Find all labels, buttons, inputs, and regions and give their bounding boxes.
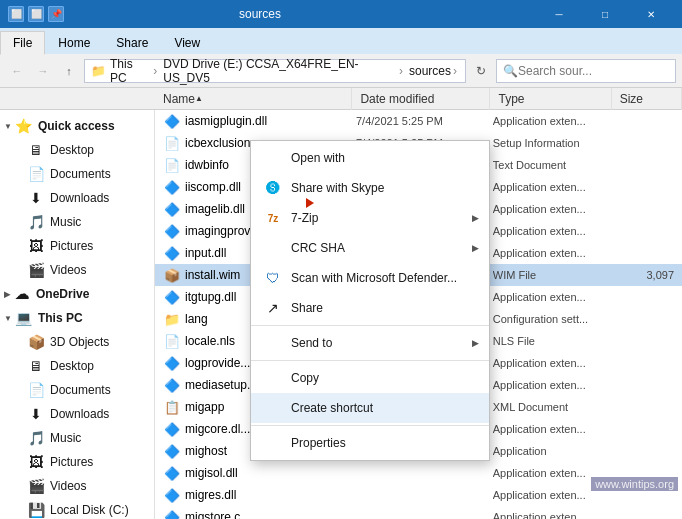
file-name: migstore.c... [185,510,356,519]
ctx-7zip-label: 7-Zip [291,211,477,225]
ctx-share[interactable]: ↗ Share [251,293,489,323]
file-icon: 🔷 [163,508,181,519]
maximize-button[interactable]: □ [582,0,628,28]
ctx-divider-2 [251,360,489,361]
forward-button[interactable]: → [32,60,54,82]
file-item[interactable]: 🔷 migres.dll Application exten... [155,484,682,506]
chevron-quick-access: ▼ [4,122,12,131]
sidebar-item-downloads-pc[interactable]: ⬇ Downloads [0,402,154,426]
path-sep-1: › [153,64,157,78]
ctx-copy[interactable]: Copy [251,363,489,393]
sidebar-section-quick-access[interactable]: ▼ ⭐ Quick access [0,114,154,138]
ctx-open-with-icon [263,148,283,168]
file-icon: 🔷 [163,178,181,196]
file-type: Application exten... [493,291,613,303]
context-menu: Open with 🅢 Share with Skype 7z 7-Zip CR… [250,140,490,461]
music-icon: 🎵 [28,214,44,230]
file-icon: 🔷 [163,442,181,460]
col-header-date[interactable]: Date modified [352,88,490,110]
pictures-icon: 🖼 [28,238,44,254]
pictures-label: Pictures [50,239,93,253]
file-icon: 🔷 [163,420,181,438]
music-label: Music [50,215,81,229]
tab-view[interactable]: View [161,30,213,54]
col-header-size[interactable]: Size [612,88,682,110]
sidebar-item-music[interactable]: 🎵 Music [0,210,154,234]
file-type: Application exten... [493,247,613,259]
ctx-send-to-label: Send to [291,336,477,350]
ctx-defender[interactable]: 🛡 Scan with Microsoft Defender... [251,263,489,293]
onedrive-icon: ☁ [14,286,30,302]
sidebar-item-pictures[interactable]: 🖼 Pictures [0,234,154,258]
ctx-properties[interactable]: Properties [251,428,489,458]
tab-share[interactable]: Share [103,30,161,54]
sidebar-item-videos[interactable]: 🎬 Videos [0,258,154,282]
sidebar-item-desktop[interactable]: 🖥 Desktop [0,138,154,162]
file-type: Application exten... [493,225,613,237]
local-disk-icon: 💾 [28,502,44,518]
file-name: iasmigplugin.dll [185,114,356,128]
title-bar: ⬜ ⬜ 📌 sources ─ □ ✕ [0,0,682,28]
col-header-type[interactable]: Type [490,88,611,110]
sidebar-item-downloads[interactable]: ⬇ Downloads [0,186,154,210]
3dobjects-label: 3D Objects [50,335,109,349]
ctx-7zip[interactable]: 7z 7-Zip [251,203,489,233]
ctx-open-with-label: Open with [291,151,477,165]
chevron-this-pc: ▼ [4,314,12,323]
quick-access-label: Quick access [38,119,115,133]
back-button[interactable]: ← [6,60,28,82]
file-size: 3,097 [612,269,682,281]
address-path[interactable]: 📁 This PC › DVD Drive (E:) CCSA_X64FRE_E… [84,59,466,83]
close-button[interactable]: ✕ [628,0,674,28]
this-pc-icon: 💻 [16,310,32,326]
music-pc-label: Music [50,431,81,445]
path-sep-2: › [399,64,403,78]
sidebar-item-music-pc[interactable]: 🎵 Music [0,426,154,450]
sidebar-item-3dobjects[interactable]: 📦 3D Objects [0,330,154,354]
file-item[interactable]: 🔷 iasmigplugin.dll 7/4/2021 5:25 PM Appl… [155,110,682,132]
file-icon: 🔷 [163,222,181,240]
ctx-properties-icon [263,433,283,453]
sidebar-section-this-pc[interactable]: ▼ 💻 This PC [0,306,154,330]
path-this-pc: 📁 [91,64,106,78]
minimize-button[interactable]: ─ [536,0,582,28]
tab-file[interactable]: File [0,31,45,55]
ctx-crc-sha[interactable]: CRC SHA [251,233,489,263]
sidebar-item-documents[interactable]: 📄 Documents [0,162,154,186]
ctx-open-with[interactable]: Open with [251,143,489,173]
sidebar-item-videos-pc[interactable]: 🎬 Videos [0,474,154,498]
ctx-share-skype[interactable]: 🅢 Share with Skype [251,173,489,203]
ctx-send-to-icon [263,333,283,353]
sidebar-item-local-disk[interactable]: 💾 Local Disk (C:) [0,498,154,519]
col-header-name[interactable]: Name ▲ [155,88,352,110]
music-pc-icon: 🎵 [28,430,44,446]
file-icon: 🔷 [163,200,181,218]
file-type: Setup Information [493,137,613,149]
documents-label: Documents [50,167,111,181]
file-icon: 🔷 [163,376,181,394]
file-icon: 📄 [163,134,181,152]
file-type: Application exten... [493,423,613,435]
sidebar-item-pictures-pc[interactable]: 🖼 Pictures [0,450,154,474]
ctx-copy-label: Copy [291,371,477,385]
file-icon: 🔷 [163,112,181,130]
file-item[interactable]: 🔷 migstore.c... Application exten... [155,506,682,519]
sidebar-section-onedrive[interactable]: ▶ ☁ OneDrive [0,282,154,306]
up-button[interactable]: ↑ [58,60,80,82]
file-item[interactable]: 🔷 migisol.dll Application exten... [155,462,682,484]
ctx-shortcut-icon [263,398,283,418]
ctx-create-shortcut[interactable]: Create shortcut [251,393,489,423]
file-name: migisol.dll [185,466,356,480]
tab-home[interactable]: Home [45,30,103,54]
refresh-button[interactable]: ↻ [470,60,492,82]
pictures-pc-label: Pictures [50,455,93,469]
ctx-skype-icon: 🅢 [263,178,283,198]
sidebar-item-desktop-pc[interactable]: 🖥 Desktop [0,354,154,378]
sidebar-item-documents-pc[interactable]: 📄 Documents [0,378,154,402]
search-input[interactable] [518,64,669,78]
ctx-send-to[interactable]: Send to [251,328,489,358]
search-box[interactable]: 🔍 [496,59,676,83]
path-drive-label: DVD Drive (E:) CCSA_X64FRE_EN-US_DV5 [163,57,397,85]
file-type: Application exten... [493,379,613,391]
file-type: Application [493,445,613,457]
